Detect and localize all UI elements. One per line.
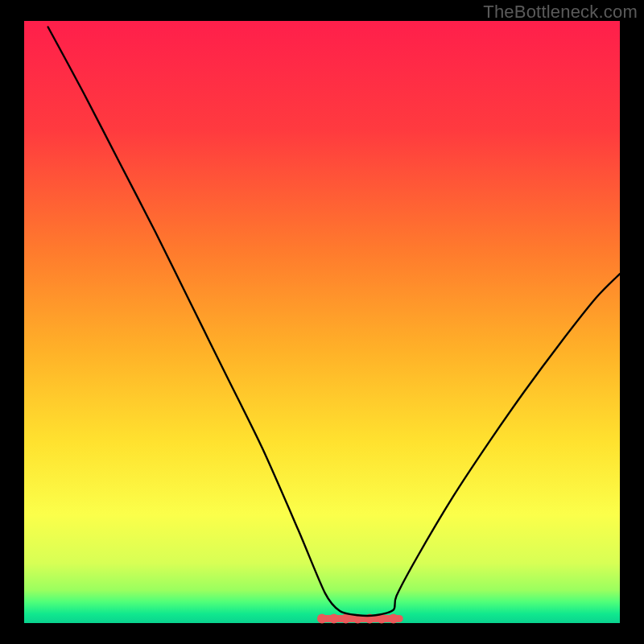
svg-point-2 (329, 614, 339, 624)
source-watermark: TheBottleneck.com (483, 2, 638, 23)
chart-gradient-bg (24, 21, 620, 623)
chart-stage: TheBottleneck.com (0, 0, 644, 644)
svg-point-3 (341, 614, 351, 624)
bottleneck-chart (0, 0, 644, 644)
svg-point-7 (389, 614, 398, 624)
svg-point-1 (317, 614, 327, 624)
